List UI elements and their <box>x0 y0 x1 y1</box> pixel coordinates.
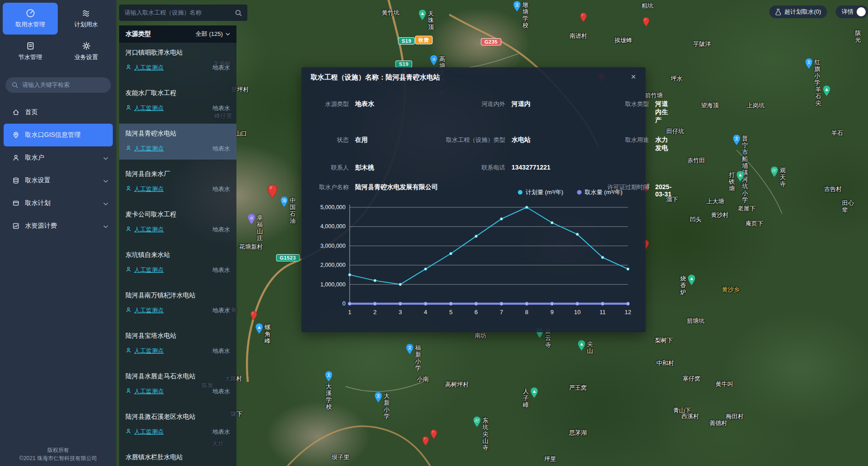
svg-text:3: 3 <box>399 309 402 316</box>
monitor-type-link[interactable]: 人工监测点 <box>134 225 164 234</box>
water-source-type: 地表水 <box>212 104 230 112</box>
field-label: 水源类型 <box>308 100 355 108</box>
monitor-type-link[interactable]: 人工监测点 <box>134 145 164 153</box>
svg-text:2: 2 <box>373 309 376 316</box>
detail-grid: 水源类型地表水河道内外河道内取水类型河道内生产状态在用取水工程（设施）类型水电站… <box>308 100 637 198</box>
station-list-item[interactable]: 水唇镇水栏肚水电站 人工监测点 地表水 <box>119 447 236 466</box>
sidebar-item-card[interactable]: 取水计划 <box>0 192 116 215</box>
doc-icon <box>26 41 35 50</box>
field-label: 联系电话 <box>424 164 512 172</box>
chevron-down-icon <box>103 177 108 184</box>
water-source-type: 地表水 <box>212 266 230 274</box>
home-icon <box>12 109 20 116</box>
station-list-item[interactable]: 陆河县青硿水电站 人工监测点 地表水 <box>119 124 236 160</box>
filter-label: 水源类型 <box>125 30 151 38</box>
field-value: 水电站 <box>512 136 579 144</box>
person-icon <box>125 185 131 193</box>
sidebar-item-label: 取水设置 <box>25 176 50 185</box>
svg-text:4: 4 <box>424 309 427 316</box>
svg-text:9: 9 <box>550 309 553 316</box>
svg-text:6: 6 <box>475 309 478 316</box>
station-name: 陆河县宝塔水电站 <box>125 332 230 340</box>
monitor-type-link[interactable]: 人工监测点 <box>134 306 164 315</box>
station-list-item[interactable]: 陆河县水唇走马石水电站 人工监测点 地表水 <box>119 366 236 402</box>
person-icon <box>125 347 131 355</box>
station-list-item[interactable]: 陆河县南万镇杞洋水电站 人工监测点 地表水 <box>119 286 236 321</box>
sidebar-item-chart[interactable]: 水资源计费 <box>0 215 116 237</box>
sidebar-menu: 首页 取水口GIS信息管理 取水户 取水设置 取水计划 水资源计费 <box>0 101 116 237</box>
copyright-line1: 版权所有 <box>0 446 116 454</box>
db-icon <box>12 177 20 184</box>
svg-text:2,000,000: 2,000,000 <box>320 262 346 268</box>
sidebar-item-db[interactable]: 取水设置 <box>0 169 116 192</box>
module-doc-button[interactable]: 节水管理 <box>3 35 58 67</box>
close-icon[interactable]: × <box>628 72 638 82</box>
station-search-placeholder: 请输入取水工程（设施）名称 <box>125 9 235 17</box>
monitor-type-link[interactable]: 人工监测点 <box>134 387 164 396</box>
module-waves-button[interactable]: 计划用水 <box>59 3 114 35</box>
monitor-type-link[interactable]: 人工监测点 <box>134 104 164 112</box>
monitor-type-link[interactable]: 人工监测点 <box>134 185 164 193</box>
person-icon <box>125 104 131 112</box>
field-label: 河道内外 <box>424 100 512 108</box>
field-label: 取水用途 <box>579 136 655 144</box>
station-name: 陆河县水唇走马石水电站 <box>125 372 230 381</box>
sidebar-item-pin[interactable]: 取水口GIS信息管理 <box>4 124 113 146</box>
field-value: 河道内生产 <box>655 100 672 125</box>
svg-text:1: 1 <box>348 309 351 316</box>
svg-text:3,000,000: 3,000,000 <box>320 243 346 249</box>
monitor-type-link[interactable]: 人工监测点 <box>134 64 164 72</box>
sidebar-item-label: 首页 <box>25 108 38 116</box>
sidebar-item-label: 取水计划 <box>25 199 50 207</box>
station-search-input[interactable]: 请输入取水工程（设施）名称 <box>119 5 247 21</box>
module-gauge-button[interactable]: 取用水管理 <box>3 3 58 35</box>
person-icon <box>125 266 131 274</box>
sidebar-item-user[interactable]: 取水户 <box>0 146 116 169</box>
station-list-item[interactable]: 河口镇唱歌潭水电站 人工监测点 地表水 <box>119 43 236 79</box>
station-list-item[interactable]: 友能水厂取水工程 人工监测点 地表水 <box>119 83 236 119</box>
svg-text:5: 5 <box>449 309 452 316</box>
detail-toggle[interactable]: 详情 <box>836 5 868 18</box>
sidebar-search-input[interactable]: 请输入关键字检索 <box>5 77 111 93</box>
waves-icon <box>82 9 91 18</box>
sidebar-item-home[interactable]: 首页 <box>0 101 116 124</box>
person-icon <box>125 306 131 315</box>
station-list-item[interactable]: 东坑镇自来水站 人工监测点 地表水 <box>119 245 236 281</box>
toggle-knob[interactable] <box>857 7 866 16</box>
legend-dot <box>518 190 522 195</box>
station-list-item[interactable]: 陆河县自来水厂 人工监测点 地表水 <box>119 164 236 200</box>
water-source-type: 地表水 <box>212 428 230 436</box>
sidebar: 取用水管理计划用水节水管理业务设置 请输入关键字检索 首页 取水口GIS信息管理… <box>0 0 116 466</box>
monitor-type-link[interactable]: 人工监测点 <box>134 266 164 274</box>
sidebar-item-label: 取水户 <box>25 154 44 162</box>
water-source-type: 地表水 <box>212 64 230 72</box>
chart-icon <box>12 222 20 230</box>
field-label: 状态 <box>308 136 355 144</box>
station-name: 陆河县自来水厂 <box>125 170 230 178</box>
station-name: 陆河县激石溪老区水电站 <box>125 413 230 421</box>
field-label: 取水类型 <box>579 100 655 108</box>
module-gear-button[interactable]: 业务设置 <box>59 35 114 67</box>
sidebar-search-placeholder: 请输入关键字检索 <box>22 81 70 89</box>
station-name: 河口镇唱歌潭水电站 <box>125 49 230 57</box>
user-icon <box>12 154 20 161</box>
station-list-item[interactable]: 陆河县激石溪老区水电站 人工监测点 地表水 <box>119 407 236 443</box>
filter-value-dropdown[interactable]: 全部 (125) <box>196 30 230 38</box>
station-list-panel: 水源类型 全部 (125) 河口镇唱歌潭水电站 人工监测点 地表水 友能水厂取水… <box>119 25 236 466</box>
field-value: 河道内 <box>512 100 579 108</box>
field-value: 在用 <box>355 136 424 144</box>
svg-text:1,000,000: 1,000,000 <box>320 281 346 288</box>
module-label: 取用水管理 <box>15 20 45 29</box>
legend-dot <box>577 190 582 195</box>
station-list-item[interactable]: 麦卡公司取水工程 人工监测点 地表水 <box>119 205 236 241</box>
over-plan-intake-button[interactable]: 超计划取水(0) <box>769 5 827 18</box>
module-label: 业务设置 <box>75 53 98 61</box>
monitor-type-link[interactable]: 人工监测点 <box>134 347 164 355</box>
station-name: 陆河县南万镇杞洋水电站 <box>125 291 230 300</box>
svg-text:12: 12 <box>625 309 631 316</box>
search-icon[interactable] <box>235 10 242 16</box>
over-plan-intake-label: 超计划取水(0) <box>784 8 821 16</box>
station-list-item[interactable]: 陆河县宝塔水电站 人工监测点 地表水 <box>119 326 236 362</box>
chevron-down-icon <box>226 33 230 35</box>
monitor-type-link[interactable]: 人工监测点 <box>134 428 164 436</box>
